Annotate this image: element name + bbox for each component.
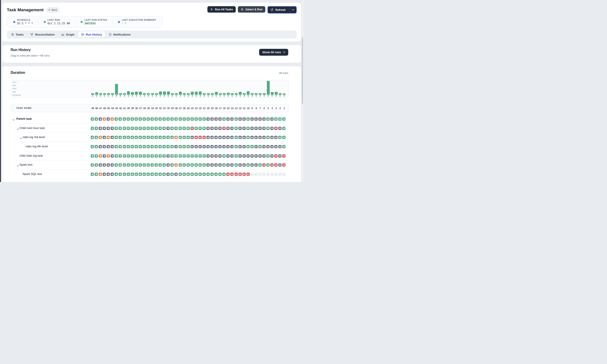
run-status-cell-skipped[interactable] [103, 154, 106, 157]
run-marker-icon[interactable] [255, 95, 257, 97]
run-status-cell-failed[interactable] [270, 163, 273, 167]
duration-bar-run-49[interactable] [91, 93, 94, 95]
run-status-cell-skipped[interactable] [262, 145, 266, 148]
run-status-cell-skipped[interactable] [219, 145, 221, 148]
run-status-cell-success[interactable] [91, 136, 94, 139]
run-status-cell-skipped[interactable] [226, 163, 230, 167]
task-label[interactable]: stats log 3rd level [23, 135, 45, 139]
run-status-cell-skipped[interactable] [230, 145, 233, 148]
run-status-cell-failed[interactable] [262, 163, 266, 167]
run-status-cell-success[interactable] [175, 117, 178, 121]
run-status-cell-failed[interactable] [226, 173, 230, 176]
run-status-cell-success[interactable] [95, 136, 98, 139]
duration-bar-run-30[interactable] [167, 91, 170, 95]
run-marker-icon[interactable] [267, 95, 269, 97]
refresh-main-segment[interactable]: Refresh [268, 7, 288, 13]
run-status-cell-failed[interactable] [282, 154, 285, 157]
run-status-cell-success[interactable] [147, 136, 150, 139]
run-status-cell-success[interactable] [151, 154, 154, 157]
run-status-cell-skipped[interactable] [107, 163, 110, 167]
run-status-cell-warning[interactable] [107, 154, 110, 157]
expand-chevron-icon[interactable] [17, 127, 19, 131]
duration-bar-run-5[interactable] [267, 81, 270, 95]
run-status-cell-success[interactable] [91, 127, 94, 130]
duration-bar-run-4[interactable] [271, 92, 274, 95]
duration-bar-run-40[interactable] [127, 91, 130, 95]
run-status-cell-failed[interactable] [230, 173, 233, 176]
run-status-cell-success[interactable] [143, 163, 146, 167]
run-status-cell-skipped[interactable] [199, 145, 202, 148]
duration-bar-run-22[interactable] [199, 91, 202, 95]
run-status-cell-skipped[interactable] [99, 127, 102, 130]
run-marker-icon[interactable] [223, 95, 225, 97]
run-status-cell-skipped[interactable] [215, 145, 218, 148]
run-status-cell-success[interactable] [95, 145, 98, 148]
run-status-cell-success[interactable] [175, 127, 178, 130]
run-status-cell-success[interactable] [203, 117, 206, 121]
duration-bar-run-31[interactable] [163, 91, 166, 95]
task-label[interactable]: stats log 4th level [26, 145, 48, 148]
run-marker-icon[interactable] [116, 95, 117, 97]
run-status-cell-skipped[interactable] [210, 145, 214, 148]
run-marker-icon[interactable] [219, 95, 221, 97]
run-status-cell-skipped[interactable] [262, 117, 266, 121]
run-status-cell-success[interactable] [91, 173, 94, 176]
run-status-cell-success[interactable] [127, 154, 130, 157]
run-status-cell-success[interactable] [159, 163, 162, 167]
duration-bar-run-11[interactable] [243, 93, 246, 95]
run-status-cell-skipped[interactable] [226, 136, 230, 139]
duration-bar-run-25[interactable] [187, 93, 190, 95]
run-status-cell-skipped[interactable] [250, 117, 254, 121]
run-status-cell-skipped[interactable] [99, 163, 102, 167]
run-status-cell-success[interactable] [139, 117, 142, 121]
run-marker-icon[interactable] [143, 95, 145, 97]
run-marker-icon[interactable] [152, 95, 153, 97]
run-status-cell-success[interactable] [163, 127, 166, 130]
run-marker-icon[interactable] [128, 95, 129, 97]
duration-bar-run-28[interactable] [175, 93, 178, 95]
run-status-cell-skipped[interactable] [226, 145, 230, 148]
run-status-cell-success[interactable] [187, 163, 190, 167]
run-marker-icon[interactable] [227, 95, 229, 97]
run-status-cell-success[interactable] [203, 154, 206, 157]
run-marker-icon[interactable] [108, 95, 109, 97]
run-status-cell-success[interactable] [167, 145, 170, 148]
run-status-cell-skipped[interactable] [250, 154, 254, 157]
run-status-cell-success[interactable] [139, 145, 142, 148]
run-status-cell-skipped[interactable] [219, 154, 221, 157]
run-status-cell-success[interactable] [123, 136, 126, 139]
duration-bar-run-16[interactable] [223, 93, 226, 95]
run-marker-icon[interactable] [112, 95, 113, 97]
expand-chevron-icon[interactable] [12, 118, 14, 122]
run-status-cell-success[interactable] [183, 127, 186, 130]
run-status-cell-skipped[interactable] [230, 136, 233, 139]
run-status-cell-success[interactable] [246, 117, 250, 121]
run-status-cell-failed[interactable] [234, 173, 238, 176]
run-status-cell-success[interactable] [163, 163, 166, 167]
run-marker-icon[interactable] [235, 95, 237, 97]
run-status-cell-skipped[interactable] [107, 173, 110, 176]
run-status-cell-skipped[interactable] [215, 117, 218, 121]
run-status-cell-success[interactable] [115, 117, 118, 121]
run-status-cell-success[interactable] [119, 173, 122, 176]
run-status-cell-skipped[interactable] [255, 154, 258, 157]
run-status-cell-warning[interactable] [99, 136, 102, 139]
run-status-cell-success[interactable] [194, 173, 198, 176]
run-status-cell-success[interactable] [234, 163, 238, 167]
run-status-cell-skipped[interactable] [167, 154, 170, 157]
run-status-cell-warning[interactable] [175, 163, 178, 167]
run-status-cell-skipped[interactable] [239, 117, 242, 121]
run-marker-icon[interactable] [148, 95, 149, 97]
run-status-cell-success[interactable] [135, 127, 138, 130]
duration-bar-run-6[interactable] [263, 93, 266, 95]
run-status-cell-success[interactable] [147, 173, 150, 176]
run-status-cell-skipped[interactable] [107, 117, 110, 121]
page-scrollbar[interactable] [301, 0, 304, 182]
run-status-cell-skipped[interactable] [167, 173, 170, 176]
run-status-cell-skipped[interactable] [250, 127, 254, 130]
select-run-button[interactable]: Select & Run [238, 6, 265, 13]
duration-bar-run-38[interactable] [135, 92, 138, 95]
run-status-cell-skipped[interactable] [203, 145, 206, 148]
run-status-cell-success[interactable] [95, 154, 98, 157]
run-status-cell-skipped[interactable] [219, 163, 221, 167]
